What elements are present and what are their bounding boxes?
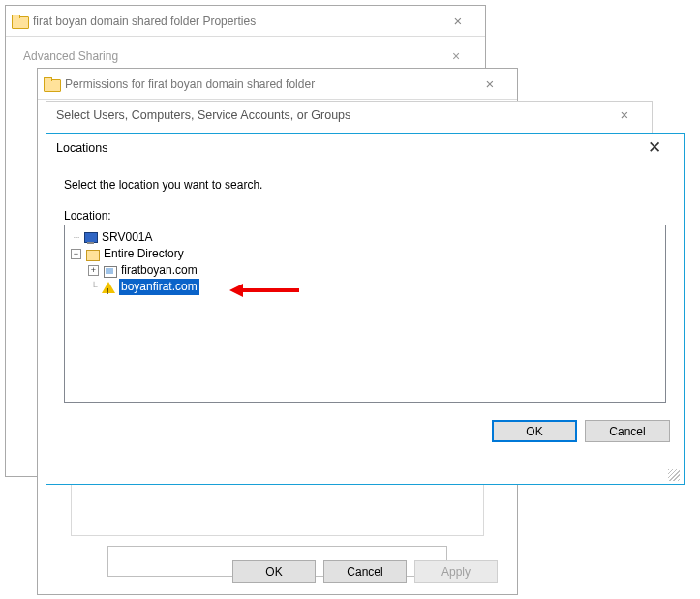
tree-item-computer[interactable]: ┈ SRV001A [71,229,659,246]
resize-grip-icon[interactable] [668,469,680,481]
close-icon[interactable]: × [437,7,479,36]
properties-title: firat boyan domain shared folder Propert… [33,15,256,28]
tree-connector: └ [88,279,100,295]
warning-icon [101,281,116,294]
locations-titlebar: Locations ✕ [46,134,684,163]
close-icon[interactable]: × [469,70,511,99]
location-tree[interactable]: ┈ SRV001A − Entire Directory + firatboya… [64,225,666,403]
locations-dialog: Locations ✕ Select the location you want… [46,133,685,485]
properties-titlebar: firat boyan domain shared folder Propert… [6,6,485,37]
cancel-button[interactable]: Cancel [585,420,670,442]
tree-connector: ┈ [71,229,82,246]
tree-item-domain-boyanfirat[interactable]: └ boyanfirat.com [71,279,659,295]
folder-icon [12,15,27,28]
tree-label-selected: boyanfirat.com [119,279,199,295]
locations-title: Locations [56,141,108,155]
folder-icon [44,77,59,91]
tree-label: SRV001A [102,229,152,246]
select-users-titlebar: Select Users, Computers, Service Account… [46,102,652,129]
computer-icon [83,231,99,245]
location-label: Location: [64,209,666,223]
tree-item-entire-directory[interactable]: − Entire Directory [71,246,659,262]
advanced-sharing-label: Advanced Sharing [23,49,118,63]
apply-button: Apply [414,560,498,583]
permissions-titlebar: Permissions for firat boyan domain share… [38,69,517,100]
select-users-window: Select Users, Computers, Service Account… [46,101,653,134]
permissions-buttons: OK Cancel Apply [38,560,517,583]
ok-button[interactable]: OK [232,560,316,583]
expand-icon[interactable]: + [88,265,99,276]
tree-label: firatboyan.com [121,262,198,279]
permissions-title: Permissions for firat boyan domain share… [65,77,315,91]
close-icon[interactable]: ✕ [635,134,674,163]
ok-button[interactable]: OK [492,420,577,442]
select-users-title: Select Users, Computers, Service Account… [56,108,350,122]
close-icon[interactable]: × [437,48,475,64]
collapse-icon[interactable]: − [71,249,81,259]
tree-item-domain-firatboyan[interactable]: + firatboyan.com [71,262,659,279]
locations-buttons: OK Cancel [46,410,684,454]
tree-label: Entire Directory [104,246,184,262]
domain-icon [103,264,118,278]
close-icon[interactable]: × [607,101,642,130]
cancel-button[interactable]: Cancel [323,560,407,583]
locations-instruction: Select the location you want to search. [64,178,666,192]
directory-icon [85,248,101,261]
